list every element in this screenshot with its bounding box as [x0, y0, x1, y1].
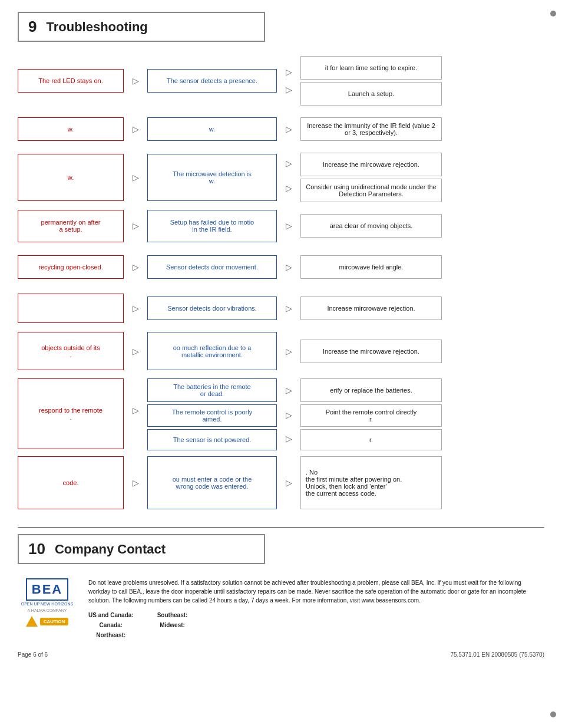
arrow-2b — [277, 111, 300, 147]
right-box-2: Increase the immunity of the IR field (v… — [300, 117, 442, 141]
section10-header: 10 Company Contact — [18, 534, 265, 564]
section10-number: 10 — [28, 540, 45, 558]
arrow-3a — [124, 153, 147, 202]
ts-col-right-7: Increase the mircowave rejection. — [300, 332, 442, 370]
mid-box-8a: The batteries in the remoteor dead. — [147, 378, 277, 402]
left-text-7: objects outside of its. — [41, 344, 100, 358]
right-box-3a: Increase the mircowave rejection. — [300, 153, 442, 176]
ts-col-mid-3: The microwave detection is w. — [147, 153, 277, 202]
troubleshoot-grid: The red LED stays on. The sensor detects… — [18, 56, 544, 509]
arrow-icon-8b1 — [286, 386, 292, 395]
right-box-4: area clear of moving objects. — [300, 214, 442, 238]
contact-label-northeast: Northeast: — [88, 631, 134, 640]
arrow-icon-8a — [133, 406, 139, 415]
ts-row-6: Sensor detects door vibrations. Increase… — [18, 291, 544, 326]
company-body-text: Do not leave problems unresolved. If a s… — [88, 578, 544, 640]
left-box-6 — [18, 294, 124, 323]
ts-col-left-6 — [18, 291, 124, 326]
mid-text-8b: The remote control is poorlyaimed. — [172, 409, 252, 423]
left-box-4: permanently on aftera setup. — [18, 210, 124, 242]
footer-right: 75.5371.01 EN 20080505 (75.5370) — [450, 651, 544, 658]
mid-box-6: Sensor detects door vibrations. — [147, 297, 277, 320]
ts-col-mid-7: oo much reflection due to ametallic envi… — [147, 332, 277, 370]
section9-number: 9 — [28, 18, 37, 36]
right-box-7: Increase the mircowave rejection. — [300, 340, 442, 363]
ts-col-right-6: Increase mircrowave rejection. — [300, 291, 442, 326]
left-text-2: w. — [68, 126, 74, 133]
arrow-icon-7a — [133, 347, 139, 356]
arrow-icon-1b-bot — [286, 85, 292, 94]
mid-box-3: The microwave detection is w. — [147, 154, 277, 201]
arrow-3b — [277, 153, 300, 202]
mid-box-8b: The remote control is poorlyaimed. — [147, 404, 277, 427]
arrow-icon-7b — [286, 347, 292, 356]
bea-logo-area: BEA OPEN UP NEW HORIZONS A HALMA COMPANY… — [18, 578, 77, 640]
bea-logo-text: BEA — [32, 582, 62, 597]
mid-text-4: Setup has failed due to motioin the IR f… — [170, 219, 254, 233]
mid-box-9: ou must enter a code or thewrong code wa… — [147, 456, 277, 509]
arrow-icon-4b — [286, 221, 292, 230]
ts-row-5: recycling open-closed. Sensor detects do… — [18, 249, 544, 285]
mid-text-9: ou must enter a code or thewrong code wa… — [173, 476, 252, 490]
mid-text-8a: The batteries in the remoteor dead. — [173, 383, 250, 397]
ts-row-1: The red LED stays on. The sensor detects… — [18, 56, 544, 106]
section9-title: Troubleshooting — [46, 19, 147, 35]
right-text-1a: it for learn time setting to expire. — [325, 64, 418, 71]
right-box-1a: it for learn time setting to expire. — [300, 56, 442, 80]
right-box-1b: Launch a setup. — [300, 82, 442, 106]
ts-col-left-3: w. — [18, 153, 124, 202]
page-footer: Page 6 of 6 75.5371.01 EN 20080505 (75.5… — [18, 651, 544, 658]
section9-header: 9 Troubleshooting — [18, 12, 265, 42]
right-text-1b: Launch a setup. — [348, 90, 394, 97]
right-text-5: mircowave field angle. — [339, 263, 404, 271]
ts-col-left-1: The red LED stays on. — [18, 56, 124, 106]
arrow-icon-9a — [133, 478, 139, 487]
scrollbar-indicator-bottom — [550, 711, 556, 717]
right-text-7: Increase the mircowave rejection. — [323, 348, 419, 355]
ts-col-right-4: area clear of moving objects. — [300, 208, 442, 243]
caution-triangle-icon — [26, 616, 38, 627]
arrow-5a — [124, 249, 147, 285]
contact-grid: US and Canada: Canada: Northeast: Southe… — [88, 611, 544, 640]
scrollbar-indicator — [550, 11, 556, 17]
right-box-5: mircowave field angle. — [300, 255, 442, 279]
right-box-8a: erify or replace the batteries. — [300, 378, 442, 402]
mid-text-3b: w. — [209, 177, 215, 185]
right-text-3a: Increase the mircowave rejection. — [323, 161, 419, 168]
ts-row-2: w. w. Increase the immunity of the IR fi… — [18, 111, 544, 147]
arrow-4a — [124, 208, 147, 243]
arrow-9b — [277, 456, 300, 509]
mid-text-5: Sensor detects door movement. — [166, 263, 258, 271]
ts-col-right-2: Increase the immunity of the IR field (v… — [300, 111, 442, 147]
right-text-4: area clear of moving objects. — [330, 222, 413, 229]
arrow-icon-8b2 — [286, 410, 292, 420]
left-box-2: w. — [18, 117, 124, 141]
mid-box-7: oo much reflection due to ametallic envi… — [147, 332, 277, 370]
right-text-8b: Point the remote control directlyr. — [326, 409, 417, 423]
arrow-icon-6a — [133, 304, 139, 313]
ts-col-mid-1: The sensor detects a presence. — [147, 56, 277, 106]
footer-left: Page 6 of 6 — [18, 651, 48, 658]
ts-col-mid-6: Sensor detects door vibrations. — [147, 291, 277, 326]
right-box-6: Increase mircrowave rejection. — [300, 297, 442, 320]
mid-text-8c: The sensor is not powered. — [173, 436, 252, 443]
ts-col-left-8: respond to the remote. — [18, 376, 124, 449]
left-text-8: respond to the remote. — [39, 407, 103, 421]
mid-text-7: oo much reflection due to ametallic envi… — [173, 344, 252, 358]
mid-box-4: Setup has failed due to motioin the IR f… — [147, 210, 277, 242]
right-box-8c: r. — [300, 429, 442, 450]
left-text-4: permanently on aftera setup. — [41, 219, 101, 233]
ts-col-mid-5: Sensor detects door movement. — [147, 249, 277, 285]
arrow-icon-5a — [133, 262, 139, 272]
ts-col-left-9: code. — [18, 456, 124, 509]
ts-col-right-9: . Nothe first minute after powering on.U… — [300, 456, 442, 509]
ts-row-3: w. The microwave detection is w. Increas… — [18, 153, 544, 202]
ts-col-mid-2: w. — [147, 111, 277, 147]
contact-label-us: US and Canada: — [88, 611, 134, 620]
contact-label-southeast: Southeast: — [157, 611, 188, 620]
right-multi-1: it for learn time setting to expire. Lau… — [300, 56, 442, 106]
arrow-7a — [124, 332, 147, 370]
section-divider — [18, 527, 544, 528]
left-box-8: respond to the remote. — [18, 378, 124, 449]
contact-col-left: US and Canada: Canada: Northeast: — [88, 611, 134, 640]
